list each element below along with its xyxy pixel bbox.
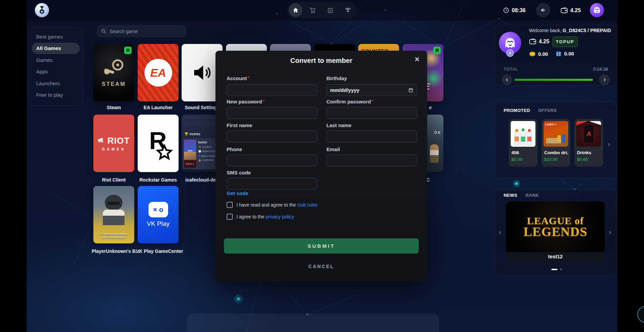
sidebar-item-apps[interactable]: Apps: [32, 66, 80, 78]
account-input[interactable]: [227, 84, 317, 96]
sidebar-item-games[interactable]: Games: [32, 54, 80, 66]
club-logo[interactable]: [35, 3, 49, 17]
confirm-password-input[interactable]: [326, 107, 417, 119]
close-icon[interactable]: ✕: [414, 55, 420, 63]
product-image-bottles: [511, 121, 535, 147]
email-input[interactable]: [326, 155, 417, 166]
favorite-badge[interactable]: [433, 47, 441, 54]
ghost-icon: [592, 5, 602, 15]
combo-can: [562, 135, 566, 143]
steam-logo-icon: [102, 58, 126, 78]
app-window: 08:36 4.25: [27, 0, 617, 332]
tab-news[interactable]: NEWS: [504, 193, 518, 198]
modal-title: Convert to member: [215, 57, 427, 65]
time-next-button[interactable]: [599, 74, 610, 85]
news-next-button[interactable]: ›: [609, 229, 611, 235]
sidebar-item-launchers[interactable]: Launchers: [32, 77, 80, 89]
game-label-pubg: PlayerUnknown's B...: [92, 248, 136, 254]
required-mark: *: [248, 75, 249, 80]
last-name-input[interactable]: [326, 131, 417, 142]
time-prev-button[interactable]: [502, 74, 512, 85]
game-label-riot-client: Riot Client: [92, 177, 136, 183]
first-name-label: First name: [227, 122, 252, 128]
topbar: 08:36 4.25: [27, 0, 617, 21]
pubg-art-line1: PLAYERUNKNOWN'S: [100, 233, 127, 235]
search-input[interactable]: [109, 28, 185, 34]
club-rules-checkbox[interactable]: [227, 202, 233, 208]
game-tile-vk-play[interactable]: ×o VK Play: [138, 186, 179, 243]
privacy-policy-link[interactable]: privacy policy: [266, 214, 294, 219]
event-name: test10: [198, 141, 207, 144]
gift-icon: [555, 50, 562, 57]
game-tile-ea-launcher[interactable]: EA: [138, 44, 179, 101]
search-icon: [101, 29, 106, 34]
game-tile-pubg[interactable]: PLAYERUNKNOWN'S BATTLEGROUNDS: [93, 186, 134, 243]
game-tile-steam[interactable]: STEAM: [93, 44, 134, 101]
bottles-graphic: [513, 125, 533, 147]
pagination-dot[interactable]: [560, 268, 562, 270]
account-label-text: Account: [227, 75, 247, 81]
privacy-policy-checkbox[interactable]: [227, 214, 233, 220]
product-card-combo[interactable]: 1339X·+ Combo dri... $10.00: [542, 119, 570, 167]
riot-fist-icon: [98, 138, 105, 144]
product-name: 456: [511, 150, 536, 155]
tab-rank[interactable]: RANK: [526, 193, 539, 198]
new-password-input[interactable]: [227, 107, 317, 119]
wallet-balance-row: 4.25: [529, 38, 549, 45]
icafe-events-text: events: [189, 132, 200, 136]
news-image-lol: LEAGUE of LEGENDS: [506, 201, 605, 252]
calendar-icon: [327, 7, 334, 14]
chevron-right-icon: [602, 78, 606, 82]
birthday-label: Birthday: [326, 75, 347, 81]
user-avatar[interactable]: [590, 3, 604, 17]
news-pagination: [551, 268, 562, 270]
clock-icon: [503, 7, 509, 14]
product-image-can: A: [576, 121, 601, 147]
character-thumb: [184, 152, 196, 160]
game-tile-rockstar[interactable]: R: [138, 115, 179, 172]
calendar-icon: [408, 88, 413, 93]
vk-x: ×: [153, 206, 157, 214]
submit-button[interactable]: SUBMIT: [224, 238, 419, 254]
cancel-button[interactable]: CANCEL: [215, 264, 427, 269]
first-name-input[interactable]: [227, 131, 317, 142]
sidebar-item-free-to-play[interactable]: Free to play: [32, 89, 80, 101]
nav-home-button[interactable]: [289, 3, 302, 17]
topup-button[interactable]: TOPUP: [552, 37, 578, 47]
club-rules-text: I have read and agree to the club rules: [236, 202, 318, 208]
game-label-steam: Steam: [92, 105, 136, 110]
pagination-dot-active[interactable]: [551, 269, 557, 270]
get-code-link[interactable]: Get code: [227, 190, 248, 196]
tab-promoted[interactable]: PROMOTED: [504, 108, 530, 113]
tab-offers[interactable]: OFFERS: [538, 108, 557, 113]
phone-input[interactable]: [227, 155, 317, 166]
birthday-input[interactable]: mm/dd/yyyy: [326, 84, 417, 96]
game-label-vk-play: VK Play GameCenter: [136, 248, 180, 254]
club-rules-link[interactable]: club rules: [297, 202, 318, 208]
volume-button[interactable]: [536, 3, 550, 17]
product-card-456[interactable]: 456 $0.00: [509, 119, 537, 167]
main-nav: [288, 2, 357, 18]
wallet-icon: [560, 7, 568, 14]
sidebar-item-all-games[interactable]: All Games: [32, 43, 80, 54]
sms-code-input[interactable]: [227, 178, 317, 190]
nav-events-button[interactable]: [323, 3, 338, 18]
news-prev-button[interactable]: ‹: [499, 229, 501, 235]
nav-shop-button[interactable]: [305, 3, 320, 18]
product-price: $10.00: [544, 157, 558, 162]
sidebar-item-best-games[interactable]: Best games: [32, 31, 80, 43]
favorite-badge[interactable]: [124, 47, 132, 54]
pubg-body: [103, 210, 124, 225]
home-icon: [293, 7, 299, 13]
wallet-icon: [529, 38, 536, 45]
game-tile-riot-client[interactable]: RIOT GAMES: [93, 115, 134, 172]
product-card-drinks[interactable]: A Drinks $0.65: [574, 119, 603, 167]
news-item[interactable]: LEAGUE of LEGENDS test12: [506, 201, 605, 262]
event-rule-text: Best 4 matche: [201, 155, 217, 158]
products-next-button[interactable]: ›: [608, 141, 610, 147]
total-time: 0:24:18: [554, 67, 608, 72]
product-name: Drinks: [577, 150, 601, 155]
convert-to-member-modal: Convert to member ✕ Account* Birthday mm…: [215, 51, 427, 282]
floating-edge-button[interactable]: [637, 306, 644, 323]
nav-tournaments-button[interactable]: [341, 3, 355, 18]
